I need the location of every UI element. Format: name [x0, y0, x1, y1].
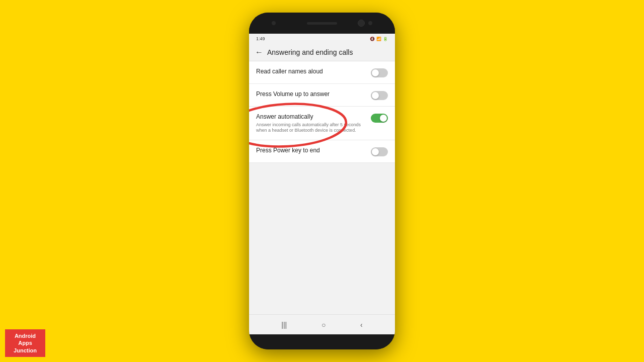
setting-press-power[interactable]: Press Power key to end — [249, 140, 395, 163]
phone-bottom-bezel — [249, 334, 395, 349]
signal-icon: 📶 — [376, 37, 381, 41]
app-bar: ← Answering and ending calls — [249, 44, 395, 61]
toggle-power[interactable] — [371, 147, 388, 156]
toggle-track-off-3 — [371, 147, 388, 156]
watermark-label: Android Apps Junction — [5, 329, 45, 357]
phone-screen: 1:49 🔇 📶 🔋 ← Answering and ending calls … — [249, 34, 395, 334]
phone-frame: 1:49 🔇 📶 🔋 ← Answering and ending calls … — [249, 13, 395, 349]
toggle-thumb — [372, 69, 379, 76]
status-time: 1:49 — [256, 36, 265, 41]
toggle-thumb-2 — [372, 92, 379, 99]
setting-title-power: Press Power key to end — [256, 146, 367, 155]
status-bar: 1:49 🔇 📶 🔋 — [249, 34, 395, 44]
toggle-volume[interactable] — [371, 91, 388, 100]
battery-icon: 🔋 — [383, 37, 388, 41]
setting-read-caller-names[interactable]: Read caller names aloud — [249, 61, 395, 84]
home-button[interactable]: ○ — [321, 321, 326, 329]
phone-camera — [358, 20, 365, 27]
setting-text-read-caller: Read caller names aloud — [256, 67, 371, 76]
toggle-read-caller[interactable] — [371, 68, 388, 77]
toggle-auto-answer[interactable] — [371, 114, 388, 123]
setting-text-power: Press Power key to end — [256, 146, 371, 155]
setting-answer-automatically[interactable]: Answer automatically Answer incoming cal… — [249, 107, 395, 140]
phone-dot-left — [272, 21, 276, 25]
watermark-text2: Apps — [18, 340, 32, 346]
recent-apps-button[interactable]: ||| — [281, 321, 287, 329]
toggle-thumb-on — [380, 115, 387, 122]
empty-content-area — [249, 188, 395, 315]
back-button[interactable]: ← — [255, 48, 263, 57]
toggle-thumb-3 — [372, 148, 379, 155]
toggle-track-on — [371, 114, 388, 123]
setting-title-read-caller: Read caller names aloud — [256, 67, 367, 76]
setting-desc-auto: Answer incoming calls automatically afte… — [256, 122, 367, 134]
setting-press-volume[interactable]: Press Volume up to answer — [249, 84, 395, 107]
watermark-text: Android — [15, 333, 36, 339]
setting-title-volume: Press Volume up to answer — [256, 90, 367, 99]
settings-list: Read caller names aloud Press Volume up … — [249, 61, 395, 188]
page-title: Answering and ending calls — [267, 48, 353, 56]
phone-top-bezel — [249, 13, 395, 34]
phone-speaker — [307, 22, 337, 25]
setting-title-auto: Answer automatically — [256, 113, 367, 121]
status-icons: 🔇 📶 🔋 — [370, 37, 388, 41]
phone-bottom-nav: ||| ○ ‹ — [249, 314, 395, 334]
phone-dot-right — [368, 21, 372, 25]
toggle-track-off — [371, 68, 388, 77]
setting-text-auto: Answer automatically Answer incoming cal… — [256, 113, 371, 134]
mute-icon: 🔇 — [370, 37, 375, 41]
setting-text-volume: Press Volume up to answer — [256, 90, 371, 99]
back-nav-button[interactable]: ‹ — [360, 321, 363, 329]
toggle-track-off-2 — [371, 91, 388, 100]
watermark-text3: Junction — [14, 347, 37, 353]
